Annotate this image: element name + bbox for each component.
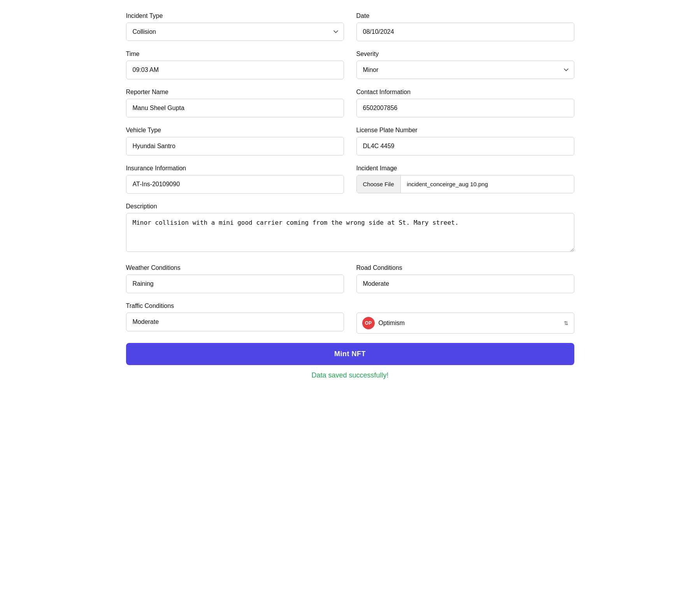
model-avatar: OP	[362, 317, 375, 329]
reporter-name-group: Reporter Name Manu Sheel Gupta	[126, 89, 344, 117]
description-label: Description	[126, 203, 574, 210]
weather-conditions-label: Weather Conditions	[126, 264, 344, 271]
severity-select[interactable]: MinorModerateSevereCritical	[356, 61, 574, 79]
chevron-up-down-icon: ⇅	[564, 320, 568, 326]
contact-info-label: Contact Information	[356, 89, 574, 96]
mint-nft-button[interactable]: Mint NFT	[126, 343, 574, 365]
traffic-conditions-label: Traffic Conditions	[126, 302, 344, 309]
road-conditions-input[interactable]: Moderate	[356, 275, 574, 293]
severity-label: Severity	[356, 51, 574, 58]
road-conditions-group: Road Conditions Moderate	[356, 264, 574, 293]
traffic-conditions-input[interactable]: Moderate	[126, 313, 344, 331]
reporter-name-input[interactable]: Manu Sheel Gupta	[126, 99, 344, 117]
traffic-conditions-group: Traffic Conditions Moderate	[126, 302, 344, 334]
license-plate-label: License Plate Number	[356, 127, 574, 134]
vehicle-type-label: Vehicle Type	[126, 127, 344, 134]
time-label: Time	[126, 51, 344, 58]
date-label: Date	[356, 12, 574, 19]
traffic-model-row: Traffic Conditions Moderate Model OP Opt…	[126, 302, 574, 334]
file-input-wrapper: Choose File incident_conceirge_aug 10.pn…	[356, 175, 574, 193]
incident-type-group: Incident Type CollisionTheftVandalismFir…	[126, 12, 344, 41]
weather-conditions-group: Weather Conditions Raining	[126, 264, 344, 293]
time-input[interactable]: 09:03 AM	[126, 61, 344, 79]
road-conditions-label: Road Conditions	[356, 264, 574, 271]
bottom-section: Weather Conditions Raining Road Conditio…	[126, 264, 574, 379]
vehicle-type-group: Vehicle Type Hyundai Santro	[126, 127, 344, 156]
insurance-info-input[interactable]: AT-Ins-20109090	[126, 175, 344, 194]
incident-type-select[interactable]: CollisionTheftVandalismFireOther	[126, 23, 344, 41]
incident-type-label: Incident Type	[126, 12, 344, 19]
incident-image-label: Incident Image	[356, 165, 574, 172]
severity-group: Severity MinorModerateSevereCritical	[356, 51, 574, 79]
success-message: Data saved successfully!	[126, 371, 574, 379]
contact-info-group: Contact Information 6502007856	[356, 89, 574, 117]
incident-image-group: Incident Image Choose File incident_conc…	[356, 165, 574, 194]
contact-info-input[interactable]: 6502007856	[356, 99, 574, 117]
file-name-display: incident_conceirge_aug 10.png	[401, 175, 574, 193]
insurance-info-label: Insurance Information	[126, 165, 344, 172]
conditions-row: Weather Conditions Raining Road Conditio…	[126, 264, 574, 293]
description-textarea[interactable]: Minor collision with a mini good carrier…	[126, 213, 574, 252]
date-input[interactable]: 08/10/2024	[356, 23, 574, 41]
insurance-info-group: Insurance Information AT-Ins-20109090	[126, 165, 344, 194]
time-group: Time 09:03 AM	[126, 51, 344, 79]
mint-button-wrapper: Mint NFT	[126, 343, 574, 365]
license-plate-group: License Plate Number DL4C 4459	[356, 127, 574, 156]
choose-file-button[interactable]: Choose File	[357, 175, 401, 193]
vehicle-type-input[interactable]: Hyundai Santro	[126, 137, 344, 156]
weather-conditions-input[interactable]: Raining	[126, 275, 344, 293]
reporter-name-label: Reporter Name	[126, 89, 344, 96]
model-name-text: Optimism	[379, 320, 560, 327]
date-group: Date 08/10/2024	[356, 12, 574, 41]
description-group: Description Minor collision with a mini …	[126, 203, 574, 252]
license-plate-input[interactable]: DL4C 4459	[356, 137, 574, 156]
model-selector[interactable]: OP Optimism ⇅	[356, 313, 574, 334]
model-selector-group: Model OP Optimism ⇅	[356, 302, 574, 334]
